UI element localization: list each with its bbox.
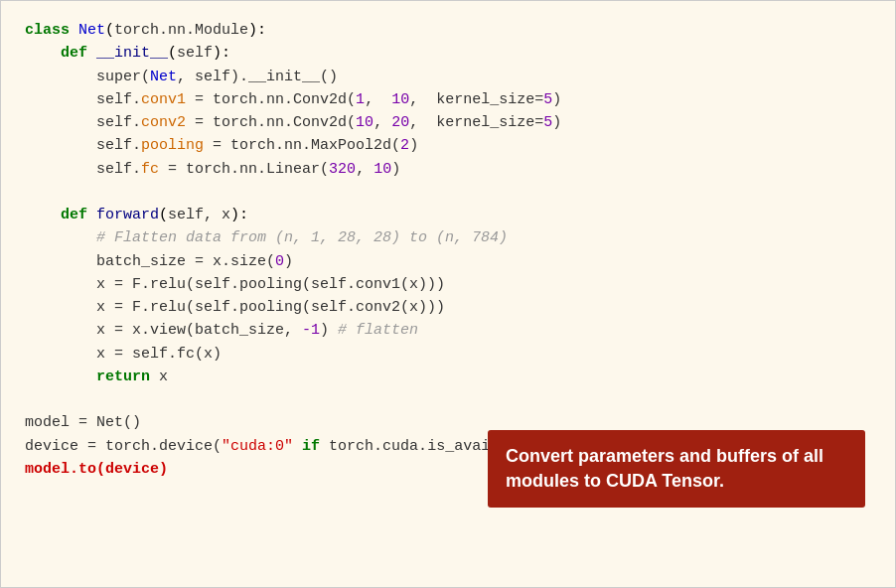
tooltip-box: Convert parameters and buffers of all mo…	[488, 430, 865, 508]
code-container: class Net(torch.nn.Module): def __init__…	[0, 0, 896, 588]
code-pre: class Net(torch.nn.Module): def __init__…	[25, 19, 871, 481]
tooltip-text: Convert parameters and buffers of all mo…	[506, 446, 823, 491]
